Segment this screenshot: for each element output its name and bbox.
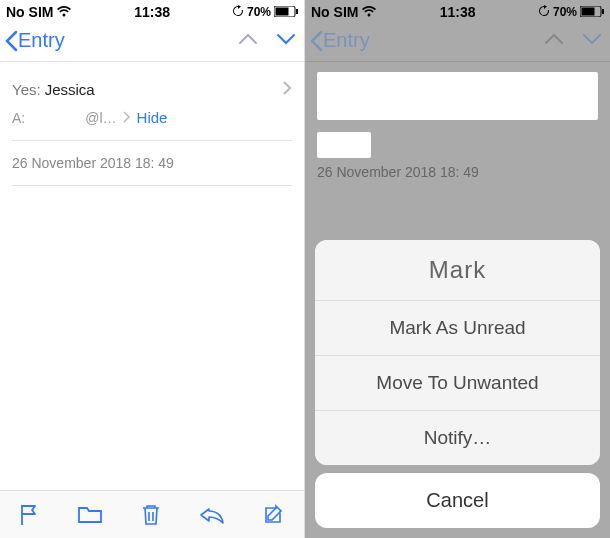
to-row[interactable]: A: @l… Hide	[12, 107, 292, 134]
back-label: Entry	[323, 29, 370, 52]
status-bar: No SIM 11:38 70%	[0, 0, 304, 24]
reply-button[interactable]	[199, 505, 225, 525]
from-label: Yes:	[12, 81, 41, 98]
battery-icon	[274, 4, 298, 20]
hide-details-button[interactable]: Hide	[137, 109, 168, 126]
flag-button[interactable]	[18, 503, 40, 527]
status-bar: No SIM 11:38 70%	[305, 0, 610, 24]
back-button[interactable]: Entry	[4, 29, 65, 52]
refresh-icon	[232, 4, 244, 20]
phone-right: No SIM 11:38 70% Entry	[305, 0, 610, 538]
action-sheet: Mark Mark As Unread Move To Unwanted Not…	[315, 240, 600, 528]
nav-bar: Entry	[305, 24, 610, 62]
notify-button[interactable]: Notify…	[315, 411, 600, 465]
bottom-toolbar	[0, 490, 304, 538]
battery-percent: 70%	[553, 5, 577, 19]
sim-status: No SIM	[311, 4, 358, 20]
prev-message-button	[544, 32, 564, 50]
clock: 11:38	[440, 4, 476, 20]
sheet-title: Mark	[315, 240, 600, 301]
move-folder-button[interactable]	[77, 505, 103, 525]
mark-unread-button[interactable]: Mark As Unread	[315, 301, 600, 356]
battery-icon	[580, 4, 604, 20]
phone-left: No SIM 11:38 70% Entry	[0, 0, 305, 538]
email-header: Yes: Jessica A: @l… Hide 26 November 201…	[0, 62, 304, 196]
email-timestamp: 26 November 2018 18: 49	[317, 158, 598, 194]
refresh-icon	[538, 4, 550, 20]
redacted-block	[317, 72, 598, 120]
wifi-icon	[56, 6, 72, 18]
wifi-icon	[361, 6, 377, 18]
to-domain: @l…	[85, 110, 116, 126]
svg-rect-4	[581, 8, 594, 16]
chevron-right-icon	[123, 110, 131, 126]
svg-rect-2	[296, 9, 298, 14]
cancel-button[interactable]: Cancel	[315, 473, 600, 528]
redacted-block-small	[317, 132, 371, 158]
svg-rect-1	[275, 8, 288, 16]
divider	[12, 140, 292, 141]
back-button[interactable]: Entry	[309, 29, 370, 52]
move-unwanted-button[interactable]: Move To Unwanted	[315, 356, 600, 411]
battery-percent: 70%	[247, 5, 271, 19]
next-message-button	[582, 32, 602, 50]
chevron-right-icon	[282, 80, 292, 99]
from-value: Jessica	[45, 81, 95, 98]
clock: 11:38	[134, 4, 170, 20]
sim-status: No SIM	[6, 4, 53, 20]
from-row[interactable]: Yes: Jessica	[12, 72, 292, 107]
compose-button[interactable]	[262, 503, 286, 527]
to-label: A:	[12, 110, 25, 126]
back-label: Entry	[18, 29, 65, 52]
prev-message-button[interactable]	[238, 32, 258, 50]
delete-button[interactable]	[140, 503, 162, 527]
email-header-dimmed: 26 November 2018 18: 49	[305, 62, 610, 204]
email-timestamp: 26 November 2018 18: 49	[12, 147, 292, 186]
next-message-button[interactable]	[276, 32, 296, 50]
nav-bar: Entry	[0, 24, 304, 62]
svg-rect-5	[602, 9, 604, 14]
